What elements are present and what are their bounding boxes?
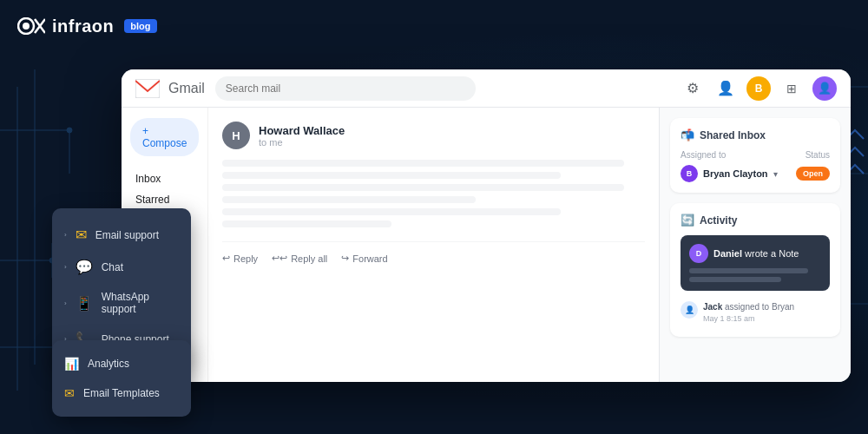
activity-title: Activity xyxy=(700,214,737,227)
assignee-avatar: B xyxy=(681,165,698,182)
assignee-chevron-icon: ▾ xyxy=(773,169,778,179)
assignee-info[interactable]: B Bryan Clayton ▾ xyxy=(681,165,778,182)
svg-rect-25 xyxy=(135,79,160,98)
email-line-3 xyxy=(222,184,624,191)
brand-badge: blog xyxy=(124,19,156,33)
sidebar-item-whatsapp[interactable]: › 📱 WhatsApp support xyxy=(52,283,191,323)
svg-point-7 xyxy=(67,128,72,133)
email-label: Email support xyxy=(95,229,159,241)
activity-user-icon: 👤 xyxy=(681,301,698,319)
whatsapp-chevron-icon: › xyxy=(64,299,67,307)
gmail-nav-inbox[interactable]: Inbox xyxy=(122,168,207,189)
assigned-status-row: Assigned to Status xyxy=(681,150,830,160)
sidebar-item-email-templates[interactable]: ✉ Email Templates xyxy=(52,378,191,408)
eye-x-icon xyxy=(17,17,45,35)
assignee-status-row: B Bryan Clayton ▾ Open xyxy=(681,165,830,182)
compose-button[interactable]: + Compose xyxy=(130,118,199,156)
email-chevron-icon: › xyxy=(64,231,67,239)
activity-text-group: Jack assigned to Bryan May 1 8:15 am xyxy=(703,301,794,323)
status-badge[interactable]: Open xyxy=(796,167,830,181)
email-templates-label: Email Templates xyxy=(83,387,160,399)
gmail-nav-starred[interactable]: Starred xyxy=(122,189,207,210)
note-line-1 xyxy=(689,268,808,273)
sender-to: to me xyxy=(259,137,645,148)
sidebar-item-analytics[interactable]: 📊 Analytics xyxy=(52,349,191,378)
analytics-icon: 📊 xyxy=(64,357,79,371)
sidebar-item-email[interactable]: › ✉ Email support xyxy=(52,219,191,251)
note-author-avatar: D xyxy=(689,244,708,263)
reply-button[interactable]: ↩ Reply xyxy=(222,253,258,264)
note-body xyxy=(689,268,821,282)
user-avatar-yellow[interactable]: B xyxy=(746,76,771,101)
assigned-label: Assigned to xyxy=(681,150,726,160)
shared-inbox-title: Shared Inbox xyxy=(700,129,766,141)
compose-label: + Compose xyxy=(142,125,187,149)
shared-inbox-card: 📬 Shared Inbox Assigned to Status B Brya… xyxy=(670,118,840,193)
sidebar-item-chat[interactable]: › 💬 Chat xyxy=(52,251,191,283)
svg-point-22 xyxy=(23,23,30,30)
sender-info: Howard Wallace to me xyxy=(259,124,645,148)
email-line-2 xyxy=(222,172,561,179)
email-actions: ↩ Reply ↩↩ Reply all ↪ Forward xyxy=(222,241,645,264)
email-line-1 xyxy=(222,160,624,167)
right-panel: 📬 Shared Inbox Assigned to Status B Brya… xyxy=(660,108,851,382)
email-line-4 xyxy=(222,196,476,203)
note-card: D Daniel wrote a Note xyxy=(681,235,830,291)
email-body-placeholder xyxy=(222,160,645,227)
assignee-name: Bryan Clayton xyxy=(703,168,768,179)
email-sender-row: H Howard Wallace to me xyxy=(222,122,645,149)
shared-inbox-header: 📬 Shared Inbox xyxy=(681,128,830,141)
gmail-header-icons: ⚙ 👤 B ⊞ 👤 xyxy=(681,76,837,101)
inbox-icon: 📬 xyxy=(681,128,694,141)
brand-name: infraon xyxy=(52,16,114,36)
note-header: D Daniel wrote a Note xyxy=(689,244,821,263)
email-templates-icon: ✉ xyxy=(64,386,75,400)
logo-area: infraon blog xyxy=(17,16,157,36)
grid-icon[interactable]: ⊞ xyxy=(779,76,804,101)
top-bar: infraon blog xyxy=(0,0,868,52)
chat-chevron-icon: › xyxy=(64,263,67,271)
browser-window: Gmail ⚙ 👤 B ⊞ 👤 + Compose Inbox Starred … xyxy=(122,69,851,382)
analytics-label: Analytics xyxy=(88,358,129,370)
whatsapp-icon: 📱 xyxy=(76,295,93,312)
user-avatar-photo[interactable]: 👤 xyxy=(812,76,837,101)
settings-icon[interactable]: ⚙ xyxy=(681,76,705,101)
email-line-6 xyxy=(222,220,391,227)
email-area: H Howard Wallace to me ↩ Reply xyxy=(208,108,660,382)
gmail-header: Gmail ⚙ 👤 B ⊞ 👤 xyxy=(122,69,851,108)
sender-name: Howard Wallace xyxy=(259,124,645,137)
chat-label: Chat xyxy=(102,261,123,273)
activity-time: May 1 8:15 am xyxy=(703,314,794,323)
activity-card: 🔄 Activity D Daniel wrote a Note xyxy=(670,203,840,337)
gmail-logo: Gmail xyxy=(135,79,205,98)
sender-avatar: H xyxy=(222,122,250,149)
gmail-title: Gmail xyxy=(168,81,205,96)
gmail-m-icon xyxy=(135,79,160,98)
activity-header: 🔄 Activity xyxy=(681,214,830,227)
email-line-5 xyxy=(222,208,561,215)
logo-icon xyxy=(17,17,45,35)
chat-icon: 💬 xyxy=(76,259,93,275)
reply-all-button[interactable]: ↩↩ Reply all xyxy=(272,253,327,264)
status-label: Status xyxy=(806,150,830,160)
contacts-icon[interactable]: 👤 xyxy=(713,76,738,101)
note-title: Daniel wrote a Note xyxy=(713,248,799,259)
email-icon: ✉ xyxy=(76,227,87,243)
forward-button[interactable]: ↪ Forward xyxy=(341,253,387,264)
whatsapp-label: WhatsApp support xyxy=(102,291,179,315)
gmail-content: + Compose Inbox Starred Snoozed Sent H H… xyxy=(122,108,851,382)
activity-assignment-text: Jack assigned to Bryan xyxy=(703,301,794,313)
activity-icon: 🔄 xyxy=(681,214,694,227)
gmail-search-input[interactable] xyxy=(215,76,476,101)
infraon-bottom-sidebar: 📊 Analytics ✉ Email Templates xyxy=(52,340,191,417)
assignment-activity: 👤 Jack assigned to Bryan May 1 8:15 am xyxy=(681,298,830,326)
note-line-2 xyxy=(689,277,781,282)
